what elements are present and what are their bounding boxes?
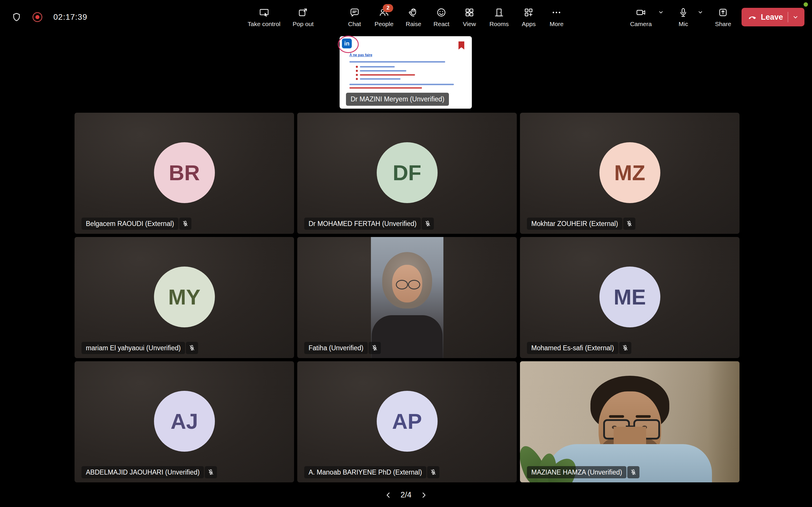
page-indicator: 2/4	[401, 491, 411, 500]
name-bar: mariam El yahyaoui (Unverified)	[82, 342, 198, 354]
share-button[interactable]: Share	[715, 7, 731, 27]
participant-name: Dr MOHAMED FERTAH (Unverified)	[304, 218, 421, 230]
apps-icon	[523, 7, 534, 18]
participant-name: Mokhtar ZOUHEIR (External)	[527, 218, 622, 230]
art-shape	[636, 415, 651, 418]
raise-label: Raise	[406, 20, 421, 27]
chat-button[interactable]: Chat	[347, 7, 362, 27]
participant-tile[interactable]: AP A. Manoab BARIYENE PhD (External)	[297, 361, 517, 483]
camera-label: Camera	[630, 20, 652, 27]
name-bar: Mohamed Es-safi (External)	[527, 342, 631, 354]
meeting-window: 02:17:39 Take control Pop out Chat	[0, 0, 812, 507]
presence-dot	[804, 2, 808, 7]
avatar: ME	[599, 267, 660, 327]
gallery-pagination: 2/4	[384, 491, 428, 500]
mic-muted-icon	[205, 466, 217, 478]
shield-icon[interactable]	[12, 12, 21, 22]
participant-name: Belgacem RAOUDI (External)	[82, 218, 179, 230]
avatar: DF	[377, 142, 438, 203]
mic-muted-icon	[422, 218, 434, 230]
doc-line	[360, 78, 401, 80]
avatar-initials: AP	[392, 409, 422, 434]
doc-line	[349, 84, 454, 85]
doc-heading: À ne pas faire	[349, 53, 372, 57]
name-bar: MAZIANE HAMZA (Unverified)	[527, 466, 640, 478]
avatar: MZ	[599, 142, 660, 203]
take-control-button[interactable]: Take control	[248, 7, 281, 27]
raise-hand-button[interactable]: Raise	[406, 7, 421, 27]
avatar-initials: AJ	[170, 409, 198, 434]
more-icon	[551, 7, 562, 18]
name-bar: Fatiha (Unverified)	[304, 342, 381, 354]
art-shape	[396, 280, 408, 289]
avatar-initials: ME	[614, 285, 646, 309]
more-button[interactable]: More	[549, 7, 564, 27]
participant-tile[interactable]: DF Dr MOHAMED FERTAH (Unverified)	[297, 113, 517, 234]
take-control-icon	[259, 7, 269, 18]
view-icon	[464, 7, 475, 18]
annotation-circle	[338, 36, 359, 53]
view-button[interactable]: View	[462, 7, 477, 27]
react-icon	[436, 7, 447, 18]
doc-line	[360, 70, 406, 71]
presenter-label: Dr MAZINI Meryem (Unverified)	[346, 93, 449, 106]
avatar: AJ	[154, 391, 215, 452]
pop-out-button[interactable]: Pop out	[293, 7, 313, 27]
view-label: View	[463, 20, 476, 27]
participant-grid: BR Belgacem RAOUDI (External) DF Dr MOHA…	[74, 113, 740, 483]
people-badge: 2	[383, 4, 393, 12]
name-bar: Belgacem RAOUDI (External)	[82, 218, 191, 230]
name-bar: Mokhtar ZOUHEIR (External)	[527, 218, 636, 230]
apps-button[interactable]: Apps	[521, 7, 537, 27]
react-button[interactable]: React	[434, 7, 450, 27]
participant-name: mariam El yahyaoui (Unverified)	[82, 342, 185, 354]
chat-label: Chat	[348, 20, 361, 27]
avatar-initials: BR	[169, 161, 200, 185]
people-button[interactable]: 2 People	[374, 7, 393, 27]
participant-tile[interactable]: BR Belgacem RAOUDI (External)	[74, 113, 294, 234]
doc-line	[349, 87, 422, 89]
participant-tile[interactable]: ME Mohamed Es-safi (External)	[520, 237, 740, 358]
camera-button[interactable]: Camera	[630, 7, 665, 27]
name-bar: ABDELMAJID JAOUHARI (Unverified)	[82, 466, 217, 478]
mic-muted-icon	[369, 342, 381, 354]
participant-tile[interactable]: MAZIANE HAMZA (Unverified)	[520, 361, 740, 483]
avatar-initials: MZ	[614, 161, 645, 185]
participant-tile[interactable]: MY mariam El yahyaoui (Unverified)	[74, 237, 294, 358]
shared-content-preview[interactable]: in À ne pas faire Dr MAZINI Meryem (Unve…	[340, 36, 472, 109]
mic-label: Mic	[678, 20, 688, 27]
prev-page-button[interactable]	[384, 491, 392, 499]
doc-corner-logo	[458, 42, 464, 50]
mic-muted-icon	[619, 342, 631, 354]
avatar-initials: DF	[393, 161, 421, 185]
recording-indicator-icon	[33, 12, 42, 22]
doc-bullet	[356, 74, 358, 76]
leave-button[interactable]: Leave	[742, 8, 805, 26]
leave-menu-chevron[interactable]	[792, 13, 799, 21]
people-icon: 2	[379, 7, 389, 18]
participant-tile[interactable]: AJ ABDELMAJID JAOUHARI (Unverified)	[74, 361, 294, 483]
pop-out-label: Pop out	[293, 20, 313, 27]
toolbar-center-group: Take control Pop out Chat 2 Pe	[248, 0, 564, 34]
camera-dropdown-chevron[interactable]	[657, 9, 664, 16]
mic-muted-icon	[627, 466, 640, 478]
participant-name: Fatiha (Unverified)	[304, 342, 368, 354]
participant-tile[interactable]: MZ Mokhtar ZOUHEIR (External)	[520, 113, 740, 234]
mic-muted-icon	[179, 218, 191, 230]
doc-line	[360, 66, 395, 67]
next-page-button[interactable]	[420, 491, 428, 499]
mic-button[interactable]: Mic	[675, 7, 704, 27]
mic-dropdown-chevron[interactable]	[697, 9, 704, 16]
apps-label: Apps	[522, 20, 536, 27]
share-label: Share	[715, 20, 731, 27]
take-control-label: Take control	[248, 20, 281, 27]
mic-muted-icon	[427, 466, 439, 478]
doc-line	[349, 61, 445, 63]
participant-name: MAZIANE HAMZA (Unverified)	[527, 466, 626, 478]
participant-tile[interactable]: Fatiha (Unverified)	[297, 237, 517, 358]
art-shape	[408, 280, 420, 289]
avatar: AP	[377, 391, 438, 452]
mic-muted-icon	[186, 342, 198, 354]
avatar: MY	[154, 267, 215, 327]
rooms-button[interactable]: Rooms	[490, 7, 509, 27]
